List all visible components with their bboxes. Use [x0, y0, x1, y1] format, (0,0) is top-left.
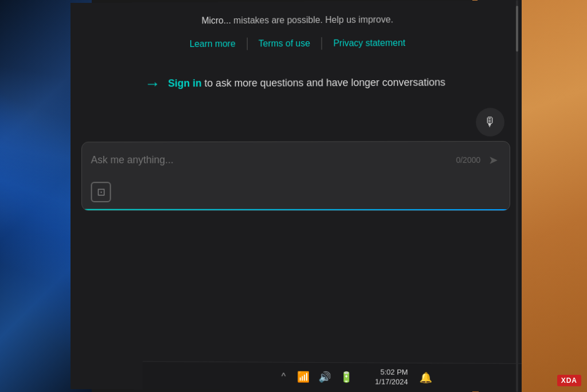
- signin-prompt: Sign in to ask more questions and have l…: [168, 75, 445, 92]
- xda-watermark: XDA: [557, 375, 581, 386]
- links-row: Learn more Terms of use Privacy statemen…: [104, 33, 493, 53]
- input-container: 0/2000 ➤ ⊡: [81, 141, 510, 211]
- learn-more-link[interactable]: Learn more: [178, 34, 246, 53]
- input-row: 0/2000 ➤: [82, 142, 510, 177]
- send-button[interactable]: ➤: [486, 151, 500, 169]
- microphone-button[interactable]: 🎙: [476, 108, 504, 136]
- battery-icon[interactable]: 🔋: [340, 371, 353, 383]
- taskbar-system-icons: 📶 🔊 🔋: [297, 370, 353, 383]
- taskbar-date-display: 1/17/2024: [375, 377, 408, 387]
- send-icon: ➤: [488, 154, 498, 166]
- terms-of-use-link[interactable]: Terms of use: [247, 34, 321, 53]
- disclaimer-area: Micro... mistakes are possible. Help us …: [71, 0, 522, 59]
- bottom-toolbar: ⊡: [82, 177, 510, 210]
- screenshot-button[interactable]: ⊡: [91, 182, 111, 202]
- copilot-panel: Micro... mistakes are possible. Help us …: [71, 0, 522, 392]
- signin-section: → Sign in to ask more questions and have…: [98, 75, 493, 92]
- taskbar-clock[interactable]: 5:02 PM 1/17/2024: [375, 367, 408, 387]
- taskbar-chevron-icon[interactable]: ^: [281, 371, 285, 382]
- chat-input[interactable]: [91, 154, 451, 166]
- microphone-icon: 🎙: [484, 115, 496, 130]
- scrollbar-thumb: [516, 6, 518, 52]
- volume-icon[interactable]: 🔊: [319, 370, 331, 383]
- content-area: Micro... mistakes are possible. Help us …: [71, 0, 522, 249]
- screenshot-icon: ⊡: [97, 186, 105, 198]
- disclaimer-text: Micro... mistakes are possible. Help us …: [104, 11, 493, 28]
- privacy-statement-link[interactable]: Privacy statement: [322, 34, 417, 53]
- brand-name: Micro...: [202, 15, 231, 25]
- taskbar: ^ 📶 🔊 🔋 5:02 PM 1/17/2024 🔔: [143, 361, 522, 392]
- char-count: 0/2000: [456, 155, 480, 164]
- mic-button-container: 🎙: [71, 102, 522, 142]
- copilot-panel-wrapper: Micro... mistakes are possible. Help us …: [71, 0, 522, 392]
- signin-link[interactable]: Sign in: [168, 77, 202, 89]
- taskbar-time-display: 5:02 PM: [375, 367, 408, 377]
- signin-arrow-icon: →: [144, 76, 160, 92]
- wifi-icon[interactable]: 📶: [297, 370, 310, 383]
- signin-prompt-text: to ask more questions and have longer co…: [202, 77, 445, 89]
- notification-icon[interactable]: 🔔: [419, 371, 432, 383]
- disclaimer-body: mistakes are possible. Help us improve.: [233, 14, 393, 25]
- scrollbar[interactable]: [516, 0, 518, 392]
